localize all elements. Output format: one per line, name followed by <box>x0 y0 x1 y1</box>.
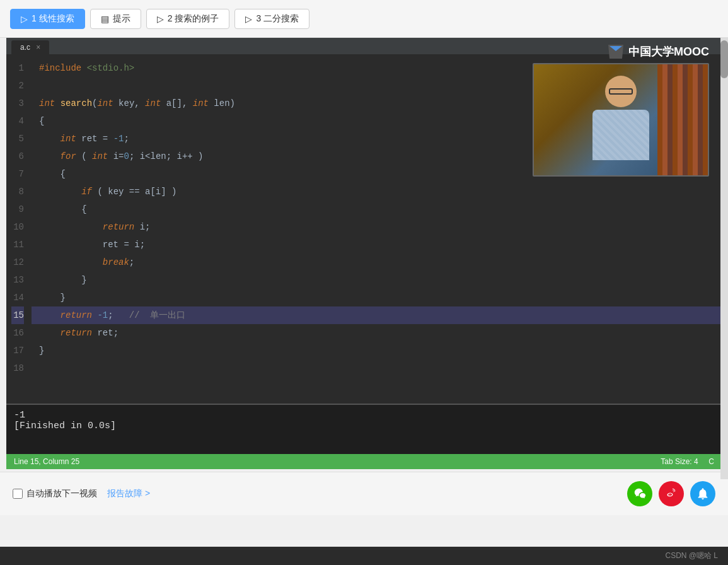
output-line-2: [Finished in 0.0s] <box>14 421 714 431</box>
scrollbar-thumb[interactable] <box>720 40 728 78</box>
code-line-18 <box>32 359 722 377</box>
mooc-logo-text: 中国大学MOOC <box>628 44 709 59</box>
person-head <box>605 76 637 107</box>
editor-tab-active[interactable]: a.c × <box>11 40 49 54</box>
nav-btn-2-icon: ▤ <box>101 14 109 24</box>
bell-button[interactable] <box>690 481 715 506</box>
report-link[interactable]: 报告故障 > <box>107 488 150 499</box>
video-thumb-inner <box>534 64 708 175</box>
mooc-logo: 中国大学MOOC <box>607 44 709 59</box>
auto-play-label: 自动播放下一视频 <box>26 488 97 499</box>
bottom-left: 自动播放下一视频 报告故障 > <box>13 488 150 499</box>
mooc-logo-icon <box>607 45 625 59</box>
wechat-button[interactable] <box>627 481 652 506</box>
wechat-icon <box>633 487 647 501</box>
nav-btn-1-icon: ▷ <box>21 14 28 24</box>
nav-btn-3[interactable]: ▷ 2 搜索的例子 <box>146 9 230 29</box>
nav-btn-3-icon: ▷ <box>157 14 164 24</box>
nav-btn-2-label: 提示 <box>113 13 130 25</box>
code-line-10: return i; <box>32 218 722 236</box>
bookshelf-decoration <box>657 64 708 175</box>
bottom-bar: 自动播放下一视频 报告故障 > <box>0 472 728 515</box>
code-line-12: break; <box>32 253 722 271</box>
code-line-8: if ( key == a[i] ) <box>32 183 722 201</box>
tab-name: a.c <box>20 43 30 52</box>
person-silhouette <box>583 76 659 164</box>
language-label: C <box>708 457 714 466</box>
status-bar: Line 15, Column 25 Tab Size: 4 C <box>6 454 722 469</box>
code-line-11: ret = i; <box>32 236 722 253</box>
auto-play-control: 自动播放下一视频 <box>13 488 97 499</box>
status-right: Tab Size: 4 C <box>661 457 714 466</box>
code-line-13: } <box>32 271 722 289</box>
footer: CSDN @嗯哈 L <box>0 547 728 565</box>
top-nav: ▷ 1 线性搜索 ▤ 提示 ▷ 2 搜索的例子 ▷ 3 二分搜索 <box>0 0 728 38</box>
code-line-14: } <box>32 289 722 306</box>
editor-container: a.c × 1 2 3 4 5 6 7 8 9 10 11 12 13 14 1… <box>6 38 722 404</box>
nav-btn-4-icon: ▷ <box>245 14 252 24</box>
bell-icon <box>696 487 710 501</box>
code-line-16: return ret; <box>32 324 722 342</box>
nav-btn-1[interactable]: ▷ 1 线性搜索 <box>10 9 85 29</box>
video-thumbnail[interactable] <box>533 63 709 177</box>
nav-btn-3-label: 2 搜索的例子 <box>168 13 219 25</box>
cursor-position: Line 15, Column 25 <box>14 457 79 466</box>
nav-btn-4-label: 3 二分搜索 <box>256 13 299 25</box>
auto-play-checkbox[interactable] <box>13 489 23 499</box>
nav-btn-1-label: 1 线性搜索 <box>32 13 74 25</box>
weibo-button[interactable] <box>659 481 684 506</box>
footer-text: CSDN @嗯哈 L <box>665 551 718 560</box>
code-line-17: } <box>32 342 722 359</box>
scrollbar[interactable] <box>720 38 728 479</box>
nav-btn-4[interactable]: ▷ 3 二分搜索 <box>234 9 309 29</box>
output-line-1: -1 <box>14 410 714 421</box>
weibo-icon <box>664 487 678 501</box>
person-body <box>592 110 649 160</box>
code-line-15: return -1; // 单一出口 <box>32 306 722 324</box>
tab-size-label: Tab Size: 4 <box>661 457 698 466</box>
code-line-9: { <box>32 201 722 218</box>
line-numbers: 1 2 3 4 5 6 7 8 9 10 11 12 13 14 15 16 1… <box>6 54 32 401</box>
bottom-right <box>627 481 715 506</box>
output-panel: -1 [Finished in 0.0s] <box>6 404 722 454</box>
nav-btn-2[interactable]: ▤ 提示 <box>90 9 141 29</box>
tab-close-icon[interactable]: × <box>36 43 40 52</box>
